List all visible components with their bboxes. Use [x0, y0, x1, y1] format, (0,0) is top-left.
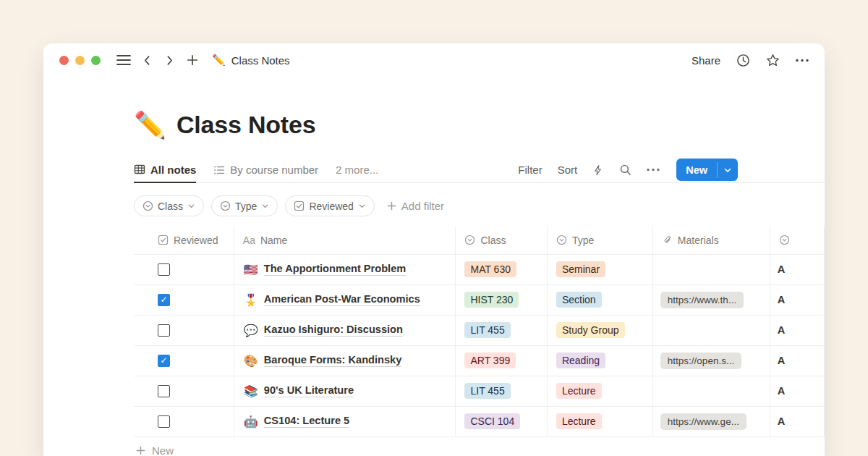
more-views-button[interactable]: 2 more... — [336, 164, 378, 176]
add-filter-label: Add filter — [401, 200, 444, 212]
row-checkbox[interactable] — [158, 324, 170, 337]
titlebar: ✏️ Class Notes Share — [43, 43, 825, 77]
new-dropdown-chevron-icon[interactable] — [718, 159, 738, 181]
pencil-emoji-icon: ✏️ — [134, 112, 166, 138]
sidebar-menu-icon[interactable] — [116, 54, 131, 66]
filter-chip-type[interactable]: Type — [211, 195, 278, 216]
medal-emoji-icon: 🎖️ — [244, 293, 258, 307]
row-checkbox[interactable] — [158, 415, 170, 428]
overflow-cell-text: A — [770, 385, 786, 397]
list-view-icon — [213, 164, 225, 176]
class-tag[interactable]: MAT 630 — [464, 261, 516, 277]
chevron-down-icon — [358, 202, 366, 210]
search-icon[interactable] — [619, 164, 631, 176]
select-icon — [142, 200, 153, 211]
forward-icon[interactable] — [163, 54, 176, 67]
type-tag[interactable]: Study Group — [556, 322, 625, 338]
palette-emoji-icon: 🎨 — [244, 354, 258, 368]
filter-chip-class[interactable]: Class — [134, 195, 204, 216]
filter-chip-reviewed[interactable]: Reviewed — [285, 195, 374, 216]
tab-label: By course number — [230, 164, 318, 176]
chip-label: Class — [158, 200, 183, 212]
column-header-class[interactable]: Class — [456, 227, 547, 254]
class-tag[interactable]: LIT 455 — [464, 383, 510, 399]
select-icon — [779, 235, 790, 245]
type-tag[interactable]: Lecture — [556, 383, 602, 399]
row-title-link[interactable]: 🇺🇸The Apportionment Problem — [234, 263, 456, 276]
select-icon — [556, 235, 567, 245]
table-row: 🎨Baroque Forms: Kandinsky ART 399 Readin… — [134, 345, 825, 376]
row-title-link[interactable]: 🎨Baroque Forms: Kandinsky — [234, 354, 456, 368]
row-title-link[interactable]: 📚90's UK Literature — [234, 384, 456, 398]
table-view-icon — [134, 164, 145, 175]
speech-balloon-emoji-icon: 💬 — [244, 324, 258, 337]
type-tag[interactable]: Seminar — [556, 261, 605, 277]
text-type-icon: Aa — [243, 235, 255, 246]
more-options-icon[interactable] — [796, 59, 809, 62]
overflow-cell-text: A — [770, 263, 786, 275]
column-header-type[interactable]: Type — [547, 227, 652, 254]
row-title-link[interactable]: 🎖️American Post-War Economics — [234, 293, 456, 307]
breadcrumb[interactable]: ✏️ Class Notes — [212, 54, 290, 67]
table-row: 📚90's UK Literature LIT 455 Lecture A — [134, 376, 825, 406]
page-title: ✏️ Class Notes — [134, 111, 825, 139]
new-button-label[interactable]: New — [676, 159, 717, 181]
new-page-icon[interactable] — [186, 54, 199, 67]
select-icon — [464, 235, 475, 245]
breadcrumb-title: Class Notes — [231, 54, 290, 67]
row-checkbox[interactable] — [158, 263, 170, 276]
share-button[interactable]: Share — [692, 54, 720, 67]
column-label: Name — [260, 235, 287, 246]
row-checkbox[interactable] — [158, 355, 170, 367]
clock-icon[interactable] — [736, 54, 750, 67]
chip-label: Type — [235, 200, 257, 212]
plus-icon — [386, 200, 397, 211]
new-button[interactable]: New — [676, 159, 738, 181]
column-header-name[interactable]: Aa Name — [234, 227, 456, 254]
class-tag[interactable]: LIT 455 — [464, 322, 510, 338]
star-icon[interactable] — [766, 54, 780, 67]
sort-button[interactable]: Sort — [558, 164, 578, 176]
overflow-cell-text: A — [770, 294, 786, 305]
new-row-button[interactable]: New — [134, 437, 825, 456]
filter-button[interactable]: Filter — [518, 164, 542, 176]
table-header-row: Reviewed Aa Name Class Type — [134, 227, 825, 254]
us-flag-emoji-icon: 🇺🇸 — [244, 263, 258, 276]
paperclip-icon — [662, 235, 673, 245]
row-checkbox[interactable] — [158, 294, 170, 306]
view-options-icon[interactable] — [647, 168, 660, 172]
materials-link[interactable]: https://www.th... — [660, 292, 744, 308]
page-content: ✏️ Class Notes All notes By course numbe… — [43, 111, 825, 456]
filter-bar: Class Type Reviewed — [134, 195, 825, 216]
type-tag[interactable]: Lecture — [556, 413, 602, 429]
window-controls — [59, 56, 101, 65]
type-tag[interactable]: Reading — [556, 352, 605, 368]
materials-link[interactable]: https://www.ge... — [660, 413, 746, 430]
class-tag[interactable]: ART 399 — [464, 352, 516, 368]
column-label: Materials — [678, 235, 719, 246]
tab-by-course-number[interactable]: By course number — [213, 157, 318, 182]
column-header-materials[interactable]: Materials — [652, 227, 770, 254]
class-tag[interactable]: CSCI 104 — [464, 413, 520, 429]
row-checkbox[interactable] — [158, 385, 170, 397]
class-tag[interactable]: HIST 230 — [464, 292, 519, 308]
add-filter-button[interactable]: Add filter — [386, 200, 444, 212]
books-emoji-icon: 📚 — [244, 384, 258, 398]
tab-label: All notes — [150, 164, 196, 176]
chevron-down-icon — [261, 202, 269, 210]
type-tag[interactable]: Section — [556, 292, 602, 308]
tab-all-notes[interactable]: All notes — [134, 158, 196, 183]
chip-label: Reviewed — [309, 200, 353, 212]
new-row-label: New — [152, 444, 174, 456]
materials-link[interactable]: https://open.s... — [660, 352, 741, 369]
column-header-reviewed[interactable]: Reviewed — [134, 227, 234, 254]
column-header-overflow[interactable] — [770, 227, 824, 254]
close-window-button[interactable] — [59, 56, 69, 65]
zap-icon[interactable] — [592, 164, 604, 176]
minimize-window-button[interactable] — [75, 56, 85, 65]
row-title-link[interactable]: 🤖CS104: Lecture 5 — [234, 415, 456, 428]
back-icon[interactable] — [141, 54, 153, 67]
row-title-link[interactable]: 💬Kazuo Ishiguro: Discussion — [234, 324, 456, 337]
overflow-cell-text: A — [770, 415, 786, 427]
maximize-window-button[interactable] — [91, 56, 101, 65]
